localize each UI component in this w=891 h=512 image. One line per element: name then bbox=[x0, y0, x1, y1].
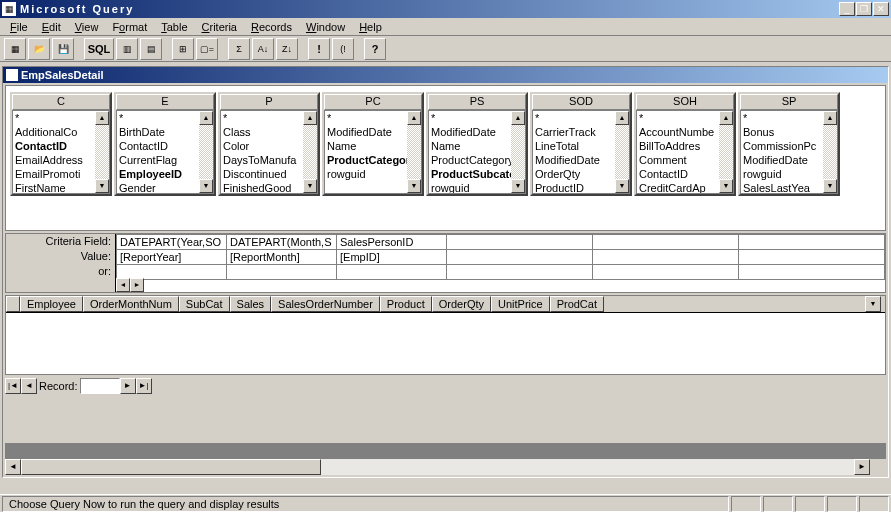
column-header[interactable]: SubCat bbox=[179, 296, 230, 312]
column-header[interactable]: OrderMonthNum bbox=[83, 296, 179, 312]
scroll-up-icon[interactable]: ▲ bbox=[615, 111, 629, 125]
table-window-SP[interactable]: SP*BonusCommissionPcModifiedDaterowguidS… bbox=[738, 92, 840, 196]
criteria-cell[interactable] bbox=[739, 265, 885, 280]
field-list[interactable]: *ModifiedDateNameProductCategoryProductS… bbox=[428, 110, 526, 194]
query-now-button[interactable]: ! bbox=[308, 38, 330, 60]
criteria-equals-button[interactable]: ▢= bbox=[196, 38, 218, 60]
sort-asc-button[interactable]: A↓ bbox=[252, 38, 274, 60]
scroll-left-icon[interactable]: ◄ bbox=[5, 459, 21, 475]
menu-file[interactable]: File bbox=[4, 20, 34, 34]
list-scrollbar[interactable]: ▲▼ bbox=[823, 111, 837, 193]
scroll-down-icon[interactable]: ▼ bbox=[823, 179, 837, 193]
scroll-up-icon[interactable]: ▲ bbox=[303, 111, 317, 125]
column-header[interactable]: Sales bbox=[230, 296, 272, 312]
table-header[interactable]: C bbox=[12, 94, 110, 110]
nav-last-button[interactable]: ►| bbox=[136, 378, 152, 394]
criteria-cell[interactable] bbox=[739, 235, 885, 250]
column-header[interactable]: OrderQty bbox=[432, 296, 491, 312]
table-window-SOH[interactable]: SOH*AccountNumbeBillToAddresCommentConta… bbox=[634, 92, 736, 196]
open-button[interactable]: 📂 bbox=[28, 38, 50, 60]
table-header[interactable]: SP bbox=[740, 94, 838, 110]
table-header[interactable]: SOD bbox=[532, 94, 630, 110]
scroll-right-icon[interactable]: ► bbox=[130, 278, 144, 292]
column-header[interactable]: Employee bbox=[20, 296, 83, 312]
column-header[interactable]: ProdCat bbox=[550, 296, 604, 312]
table-header[interactable]: SOH bbox=[636, 94, 734, 110]
field-dropdown-button[interactable]: ▼ bbox=[865, 296, 881, 312]
menu-table[interactable]: Table bbox=[155, 20, 193, 34]
table-header[interactable]: PS bbox=[428, 94, 526, 110]
scroll-down-icon[interactable]: ▼ bbox=[719, 179, 733, 193]
criteria-cell[interactable] bbox=[447, 250, 593, 265]
criteria-cell[interactable] bbox=[739, 250, 885, 265]
help-button[interactable]: ? bbox=[364, 38, 386, 60]
criteria-cell[interactable] bbox=[593, 235, 739, 250]
scroll-down-icon[interactable]: ▼ bbox=[303, 179, 317, 193]
table-window-PS[interactable]: PS*ModifiedDateNameProductCategoryProduc… bbox=[426, 92, 528, 196]
criteria-cell[interactable] bbox=[447, 265, 593, 280]
scroll-up-icon[interactable]: ▲ bbox=[511, 111, 525, 125]
menu-format[interactable]: Format bbox=[106, 20, 153, 34]
criteria-cell[interactable] bbox=[593, 250, 739, 265]
criteria-cell[interactable]: DATEPART(Month,S bbox=[227, 235, 337, 250]
sort-desc-button[interactable]: Z↓ bbox=[276, 38, 298, 60]
restore-button[interactable]: ❐ bbox=[856, 2, 872, 16]
new-query-button[interactable]: ▦ bbox=[4, 38, 26, 60]
field-list[interactable]: *BirthDateContactIDCurrentFlagEmployeeID… bbox=[116, 110, 214, 194]
table-header[interactable]: E bbox=[116, 94, 214, 110]
scroll-down-icon[interactable]: ▼ bbox=[95, 179, 109, 193]
list-scrollbar[interactable]: ▲▼ bbox=[199, 111, 213, 193]
tables-pane[interactable]: C*AdditionalCoContactIDEmailAddressEmail… bbox=[5, 85, 886, 231]
scroll-up-icon[interactable]: ▲ bbox=[199, 111, 213, 125]
scroll-right-icon[interactable]: ► bbox=[854, 459, 870, 475]
field-list[interactable]: *CarrierTrackLineTotalModifiedDateOrderQ… bbox=[532, 110, 630, 194]
criteria-cell[interactable] bbox=[593, 265, 739, 280]
close-button[interactable]: ✕ bbox=[873, 2, 889, 16]
criteria-cell[interactable] bbox=[227, 265, 337, 280]
menu-view[interactable]: View bbox=[69, 20, 105, 34]
field-list[interactable]: *AccountNumbeBillToAddresCommentContactI… bbox=[636, 110, 734, 194]
criteria-cell[interactable] bbox=[337, 265, 447, 280]
nav-prev-button[interactable]: ◄ bbox=[21, 378, 37, 394]
menu-criteria[interactable]: Criteria bbox=[196, 20, 243, 34]
scroll-down-icon[interactable]: ▼ bbox=[407, 179, 421, 193]
criteria-cell[interactable]: SalesPersonID bbox=[337, 235, 447, 250]
minimize-button[interactable]: _ bbox=[839, 2, 855, 16]
criteria-grid[interactable]: DATEPART(Year,SODATEPART(Month,SSalesPer… bbox=[116, 234, 885, 292]
nav-first-button[interactable]: |◄ bbox=[5, 378, 21, 394]
table-window-SOD[interactable]: SOD*CarrierTrackLineTotalModifiedDateOrd… bbox=[530, 92, 632, 196]
scroll-thumb[interactable] bbox=[21, 459, 321, 475]
record-selector-header[interactable] bbox=[6, 296, 20, 312]
list-scrollbar[interactable]: ▲▼ bbox=[511, 111, 525, 193]
criteria-cell[interactable]: [EmpID] bbox=[337, 250, 447, 265]
field-list[interactable]: *ModifiedDateNameProductCategoryrowguid▲… bbox=[324, 110, 422, 194]
column-header[interactable]: Product bbox=[380, 296, 432, 312]
scroll-up-icon[interactable]: ▲ bbox=[407, 111, 421, 125]
sql-button[interactable]: SQL bbox=[84, 38, 114, 60]
list-scrollbar[interactable]: ▲▼ bbox=[719, 111, 733, 193]
scroll-up-icon[interactable]: ▲ bbox=[823, 111, 837, 125]
list-scrollbar[interactable]: ▲▼ bbox=[95, 111, 109, 193]
add-table-button[interactable]: ⊞ bbox=[172, 38, 194, 60]
criteria-cell[interactable]: [ReportYear] bbox=[117, 250, 227, 265]
list-scrollbar[interactable]: ▲▼ bbox=[615, 111, 629, 193]
table-header[interactable]: P bbox=[220, 94, 318, 110]
field-list[interactable]: *BonusCommissionPcModifiedDaterowguidSal… bbox=[740, 110, 838, 194]
menu-help[interactable]: Help bbox=[353, 20, 388, 34]
scroll-up-icon[interactable]: ▲ bbox=[95, 111, 109, 125]
scroll-up-icon[interactable]: ▲ bbox=[719, 111, 733, 125]
table-window-E[interactable]: E*BirthDateContactIDCurrentFlagEmployeeI… bbox=[114, 92, 216, 196]
criteria-cell[interactable]: DATEPART(Year,SO bbox=[117, 235, 227, 250]
menu-records[interactable]: Records bbox=[245, 20, 298, 34]
criteria-cell[interactable]: [ReportMonth] bbox=[227, 250, 337, 265]
column-header[interactable]: UnitPrice bbox=[491, 296, 550, 312]
scroll-down-icon[interactable]: ▼ bbox=[615, 179, 629, 193]
menu-edit[interactable]: Edit bbox=[36, 20, 67, 34]
menu-window[interactable]: Window bbox=[300, 20, 351, 34]
field-list[interactable]: *ClassColorDaysToManufaDiscontinuedFinis… bbox=[220, 110, 318, 194]
nav-next-button[interactable]: ► bbox=[120, 378, 136, 394]
scroll-down-icon[interactable]: ▼ bbox=[199, 179, 213, 193]
table-window-PC[interactable]: PC*ModifiedDateNameProductCategoryrowgui… bbox=[322, 92, 424, 196]
save-button[interactable]: 💾 bbox=[52, 38, 74, 60]
show-tables-button[interactable]: ▥ bbox=[116, 38, 138, 60]
